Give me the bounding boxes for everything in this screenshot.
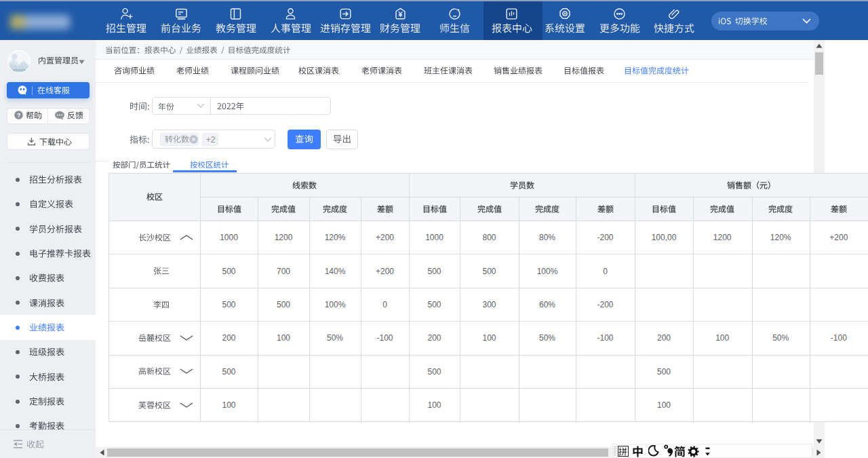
svg-text:?: ? — [17, 112, 21, 119]
